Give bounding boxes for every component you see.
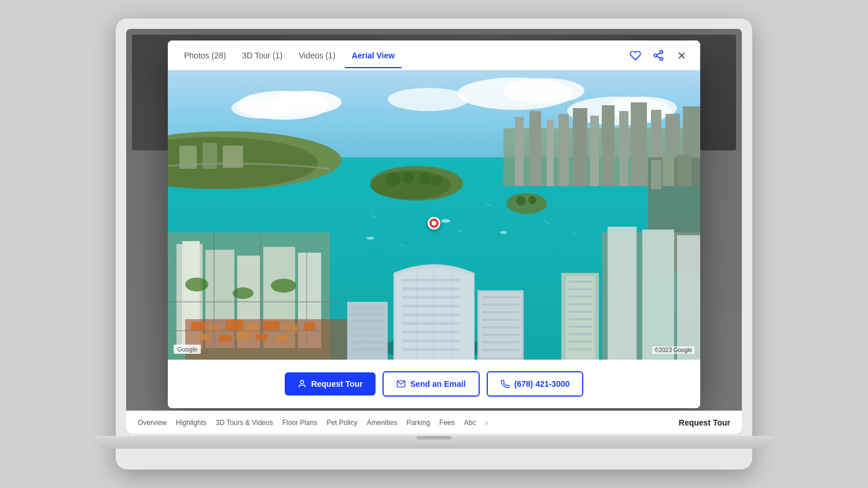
request-tour-label: Request Tour [311, 379, 363, 389]
nav-3d-tours[interactable]: 3D Tours & Videos [216, 419, 273, 427]
svg-point-43 [506, 193, 547, 214]
bottom-request-tour[interactable]: Request Tour [679, 418, 730, 427]
svg-point-132 [500, 231, 507, 234]
svg-rect-66 [219, 335, 231, 342]
action-bar: Request Tour Send an Email [168, 360, 700, 408]
svg-rect-26 [602, 105, 615, 186]
photo-modal: Photos (28) 3D Tour (1) Videos (1) Aeria… [168, 40, 700, 408]
svg-rect-99 [482, 341, 519, 343]
tab-videos[interactable]: Videos (1) [292, 43, 343, 68]
tab-3d-tour[interactable]: 3D Tour (1) [235, 43, 289, 68]
tab-photos[interactable]: Photos (28) [177, 43, 233, 68]
phone-icon [501, 379, 510, 389]
request-tour-button[interactable]: Request Tour [285, 372, 376, 395]
svg-point-133 [366, 237, 374, 240]
svg-rect-93 [482, 296, 519, 298]
tab-bar-actions [626, 46, 691, 65]
svg-rect-20 [515, 117, 524, 186]
google-copyright: ©2023 Google [652, 346, 694, 354]
laptop-notch [417, 436, 451, 439]
svg-point-131 [441, 219, 450, 223]
svg-rect-67 [236, 332, 251, 339]
svg-rect-100 [482, 349, 519, 351]
svg-rect-119 [569, 310, 592, 313]
aerial-map-container: Google ©2023 Google [168, 71, 700, 360]
svg-rect-94 [482, 304, 519, 306]
svg-point-0 [660, 50, 663, 53]
share-icon [653, 50, 664, 61]
svg-rect-101 [347, 302, 388, 360]
svg-line-3 [657, 56, 660, 58]
screen-content: Photos (28) 3D Tour (1) Videos (1) Aeria… [126, 29, 742, 434]
svg-rect-110 [608, 227, 637, 360]
svg-point-16 [388, 88, 469, 111]
nav-parking[interactable]: Parking [406, 419, 430, 427]
share-button[interactable] [649, 46, 668, 65]
svg-rect-21 [529, 111, 541, 186]
svg-rect-116 [569, 288, 592, 290]
svg-rect-108 [350, 348, 385, 350]
svg-rect-24 [573, 108, 587, 186]
email-icon [396, 379, 406, 389]
nav-pet-policy[interactable]: Pet Policy [326, 419, 357, 427]
nav-highlights[interactable]: Highlights [176, 419, 207, 427]
svg-point-77 [271, 279, 296, 293]
svg-point-40 [402, 172, 414, 183]
nav-abc[interactable]: Abc [464, 419, 476, 427]
svg-rect-60 [226, 320, 243, 331]
svg-point-75 [185, 278, 208, 291]
aerial-map: Google ©2023 Google [168, 71, 700, 360]
send-email-button[interactable]: Send an Email [382, 371, 480, 397]
svg-rect-69 [275, 335, 289, 342]
favorite-button[interactable] [626, 46, 645, 65]
svg-rect-115 [569, 280, 592, 283]
svg-rect-121 [569, 326, 592, 328]
svg-point-13 [503, 78, 584, 103]
laptop-base [95, 436, 773, 449]
svg-rect-98 [482, 334, 519, 336]
pin-marker [428, 217, 440, 230]
tab-aerial-view[interactable]: Aerial View [345, 43, 402, 68]
modal-overlay: Photos (28) 3D Tour (1) Videos (1) Aeria… [126, 29, 742, 434]
svg-point-44 [516, 196, 525, 205]
svg-rect-65 [200, 334, 210, 341]
svg-rect-58 [191, 322, 205, 331]
svg-point-76 [233, 287, 253, 299]
laptop-screen: Photos (28) 3D Tour (1) Videos (1) Aeria… [126, 29, 742, 434]
svg-rect-124 [569, 348, 592, 350]
nav-amenities[interactable]: Amenities [367, 419, 398, 427]
svg-rect-95 [482, 311, 519, 313]
svg-rect-27 [619, 111, 628, 186]
svg-rect-28 [631, 102, 647, 186]
svg-point-42 [432, 175, 442, 186]
svg-point-11 [231, 98, 289, 119]
svg-point-45 [528, 196, 536, 204]
bottom-nav: Overview Highlights 3D Tours & Videos Fl… [126, 411, 742, 434]
svg-rect-48 [677, 154, 692, 186]
svg-rect-96 [482, 319, 519, 321]
svg-rect-112 [677, 235, 700, 360]
svg-rect-105 [350, 327, 385, 330]
heart-icon [630, 50, 641, 61]
nav-overview[interactable]: Overview [138, 419, 167, 427]
aerial-view-svg [168, 71, 700, 360]
svg-rect-123 [569, 341, 592, 343]
svg-rect-103 [350, 313, 385, 316]
person-icon [297, 379, 307, 389]
svg-rect-102 [350, 306, 385, 309]
close-icon [676, 50, 687, 61]
location-pin [428, 217, 440, 230]
svg-rect-92 [479, 292, 522, 358]
google-watermark: Google [174, 345, 201, 354]
svg-rect-111 [642, 230, 674, 360]
close-button[interactable] [672, 46, 691, 65]
svg-rect-117 [569, 295, 592, 298]
svg-point-41 [419, 172, 432, 185]
phone-button[interactable]: (678) 421-3000 [487, 371, 584, 397]
nav-fees[interactable]: Fees [439, 419, 455, 427]
svg-rect-62 [263, 321, 279, 330]
laptop: Photos (28) 3D Tour (1) Videos (1) Aeria… [116, 19, 752, 469]
nav-floor-plans[interactable]: Floor Plans [282, 419, 318, 427]
svg-rect-104 [350, 320, 385, 323]
svg-rect-97 [482, 326, 519, 328]
